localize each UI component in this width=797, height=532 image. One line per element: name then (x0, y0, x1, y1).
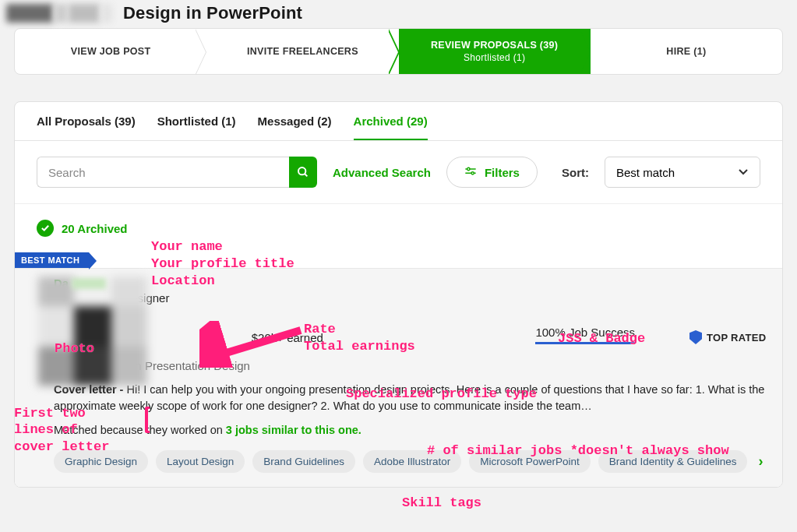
search-input[interactable] (37, 157, 289, 188)
archived-summary-row[interactable]: 20 Archived (15, 204, 782, 252)
step-hire[interactable]: HIRE (1) (591, 29, 782, 74)
skills-more-icon[interactable]: › (755, 450, 766, 473)
tab-messaged[interactable]: Messaged (2) (258, 115, 332, 140)
specializes-row: ★ Specializes in Presentation Design (54, 358, 766, 372)
svg-point-3 (467, 167, 470, 170)
progress-steps: VIEW JOB POST INVITE FREELANCERS REVIEW … (14, 28, 783, 75)
tab-archived[interactable]: Archived (29) (354, 115, 428, 140)
sort-label: Sort: (562, 166, 589, 179)
step-label: HIRE (1) (666, 46, 706, 57)
step-review[interactable]: REVIEW PROPOSALS (39) Shortlisted (1) (399, 29, 591, 74)
skill-tag[interactable]: Layout Design (156, 450, 245, 473)
top-rated-badge: TOP RATED (689, 330, 766, 344)
proposal-info: Da Presentation Designer Ukraine $30.00/… (54, 277, 766, 473)
sort-value: Best match (616, 166, 675, 179)
search-row: Advanced Search Filters Sort: Best match (15, 141, 782, 204)
matched-reason: Matched because they worked on 3 jobs si… (54, 424, 766, 436)
svg-point-5 (471, 172, 474, 174)
page-header: Design in PowerPoint (0, 0, 797, 28)
step-label: VIEW JOB POST (71, 46, 151, 57)
skill-tag[interactable]: Graphic Design (54, 450, 148, 473)
cover-letter-snippet: Cover letter - Hi! I can help you with y… (54, 382, 766, 414)
skill-tag[interactable]: Microsoft PowerPoint (469, 450, 591, 473)
svg-line-1 (305, 174, 307, 176)
anno-tags: Skill tags (402, 495, 481, 510)
skill-tag[interactable]: Brand Guidelines (252, 450, 355, 473)
step-sublabel: Shortlisted (1) (464, 52, 525, 63)
tab-shortlisted[interactable]: Shortlisted (1) (157, 115, 236, 140)
similar-jobs-link[interactable]: 3 jobs similar to this one. (226, 424, 361, 436)
total-earned: $20k+ earned (252, 331, 323, 344)
sliders-icon (464, 167, 477, 178)
svg-point-0 (298, 167, 305, 174)
step-view-job[interactable]: VIEW JOB POST (15, 29, 206, 74)
step-invite[interactable]: INVITE FREELANCERS (206, 29, 398, 74)
skill-tag[interactable]: Adobe Illustrator (363, 450, 461, 473)
sort-select[interactable]: Best match (605, 157, 760, 188)
tabs: All Proposals (39) Shortlisted (1) Messa… (15, 102, 782, 141)
step-label: REVIEW PROPOSALS (39) (431, 40, 558, 51)
search-box (37, 157, 317, 188)
best-match-ribbon: BEST MATCH (15, 252, 782, 268)
search-button[interactable] (289, 157, 317, 188)
proposals-panel: All Proposals (39) Shortlisted (1) Messa… (14, 101, 783, 488)
shield-icon (689, 330, 702, 344)
name-redacted (72, 278, 106, 289)
archived-count: 20 Archived (62, 222, 128, 235)
proposal-card[interactable]: Da Presentation Designer Ukraine $30.00/… (15, 268, 782, 487)
title-redacted (6, 4, 112, 23)
skill-tags: Graphic Design Layout Design Brand Guide… (54, 450, 766, 473)
tab-all[interactable]: All Proposals (39) (37, 115, 136, 140)
search-icon (297, 166, 309, 178)
page-title: Design in PowerPoint (123, 3, 302, 23)
check-circle-icon (37, 220, 54, 237)
job-success: 100% Job Success (535, 326, 635, 344)
chevron-down-icon (738, 168, 749, 176)
filters-label: Filters (485, 166, 520, 179)
freelancer-title: Presentation Designer (54, 291, 766, 305)
step-label: INVITE FREELANCERS (247, 46, 358, 57)
filters-button[interactable]: Filters (446, 157, 538, 188)
skill-tag[interactable]: Brand Identity & Guidelines (598, 450, 748, 473)
advanced-search-link[interactable]: Advanced Search (333, 166, 431, 179)
